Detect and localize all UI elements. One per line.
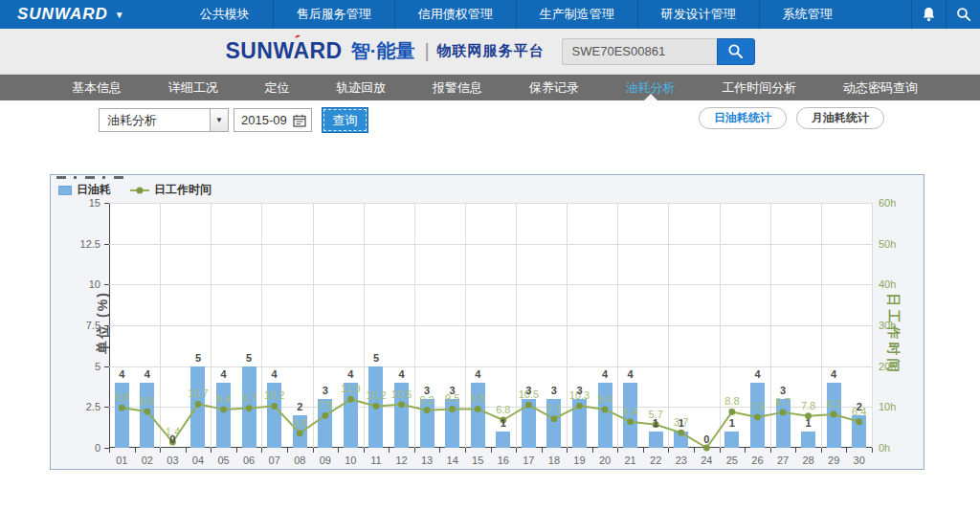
line-point-24[interactable] [703,445,710,452]
fuel-value-label: 5 [373,352,379,364]
search-icon [956,7,971,22]
device-search-button[interactable] [717,38,755,65]
tab-2[interactable]: 定位 [256,75,300,100]
x-axis-label: 20 [599,455,611,466]
x-tick-mark [795,448,796,453]
device-search-input[interactable] [562,38,717,65]
x-tick-mark [236,448,237,453]
top-nav-right [911,0,980,29]
line-point-29[interactable] [831,411,837,418]
x-axis-label: 30 [854,455,865,466]
x-axis-label: 11 [370,455,381,466]
monthly-fuel-stats-button[interactable]: 月油耗统计 [796,107,884,129]
line-point-19[interactable] [576,403,583,410]
x-axis-label: 03 [167,455,178,466]
line-point-27[interactable] [780,409,787,415]
work-time-value-label: 3.6 [293,417,307,429]
select-dropdown-button[interactable]: ▼ [210,109,228,131]
tab-8[interactable]: 动态密码查询 [834,75,927,100]
tab-5[interactable]: 保养记录 [520,75,589,100]
tab-3[interactable]: 轨迹回放 [326,75,395,100]
y-axis-tick-label: 5 [68,361,100,372]
right-axis-tick-label: 50h [879,238,896,250]
x-axis-label: 25 [726,455,738,466]
fuel-value-label: 4 [272,368,278,380]
fuel-value-label: 4 [220,368,226,380]
fuel-value-label: 1 [806,417,812,429]
stat-toggle-buttons: 日油耗统计 月油耗统计 [699,107,884,129]
y-axis-tick-label: 15 [68,197,100,209]
x-axis-label: 06 [243,455,255,466]
topnav-item-4[interactable]: 研发设计管理 [637,0,759,29]
tab-4[interactable]: 报警信息 [423,75,492,100]
search-icon [727,43,744,59]
line-point-18[interactable] [551,415,558,422]
fuel-value-label: 3 [525,385,531,396]
notifications-button[interactable] [911,0,946,29]
work-time-value-label: 10.6 [391,388,412,400]
analysis-type-select[interactable]: 油耗分析 ▼ [99,108,229,132]
x-axis-label: 15 [472,455,483,466]
fuel-value-label: 0 [703,433,709,445]
top-nav-items: 公共模块售后服务管理信用债权管理生产制造管理研发设计管理系统管理 [177,0,856,29]
work-time-value-label: 7.5 [750,401,765,412]
line-swatch-icon [130,189,149,191]
x-tick-mark [439,448,440,453]
line-point-13[interactable] [424,407,431,413]
topnav-item-3[interactable]: 生产制造管理 [516,0,637,29]
topnav-item-0[interactable]: 公共模块 [177,0,273,29]
x-tick-mark [770,448,771,453]
fuel-value-label: 3 [551,385,557,396]
tab-1[interactable]: 详细工况 [159,75,228,100]
x-axis-label: 08 [294,455,305,466]
line-point-26[interactable] [754,414,761,421]
work-time-value-label: 6.8 [496,404,510,415]
global-search-button[interactable] [946,0,980,29]
topnav-item-1[interactable]: 售后服务管理 [273,0,394,29]
legend-item-worktime[interactable]: 日工作时间 [130,182,212,198]
line-point-30[interactable] [856,418,862,425]
device-search [562,38,755,65]
legend-item-fuel[interactable]: 日油耗 [58,182,111,198]
line-point-15[interactable] [475,406,481,412]
line-point-08[interactable] [297,430,303,436]
x-tick-mark [542,448,543,453]
fuel-value-label: 4 [347,368,353,380]
query-button[interactable]: 查询 [322,107,368,133]
line-point-06[interactable] [246,405,253,411]
right-axis-tick-label: 10h [879,401,896,412]
fuel-value-label: 4 [145,368,150,380]
line-point-07[interactable] [271,403,278,410]
line-point-04[interactable] [195,401,202,408]
topnav-item-2[interactable]: 信用债权管理 [394,0,516,29]
logo-platform-name: 物联网服务平台 [437,42,545,60]
line-point-25[interactable] [728,409,735,415]
daily-fuel-stats-button[interactable]: 日油耗统计 [699,107,787,129]
line-point-01[interactable] [119,405,125,411]
right-axis-tick-label: 60h [879,197,896,209]
line-point-10[interactable] [347,396,354,403]
line-point-20[interactable] [602,406,609,412]
right-axis-tick-label: 40h [879,278,896,290]
tab-0[interactable]: 基本信息 [62,75,131,100]
line-point-11[interactable] [373,403,380,410]
calendar-icon[interactable] [293,114,306,127]
x-axis-label: 02 [142,455,153,466]
tab-7[interactable]: 工作时间分析 [712,75,806,100]
fuel-chart-card: 日油耗日工作时间 单位 (%) 日工作时间 00h2.510h520h7.530… [50,174,924,470]
line-point-12[interactable] [398,401,405,408]
topnav-item-5[interactable]: 系统管理 [759,0,856,29]
line-point-23[interactable] [678,430,684,436]
fuel-value-label: 3 [780,385,786,396]
tab-6[interactable]: 油耗分析 [616,75,685,100]
month-input[interactable] [234,113,288,127]
x-tick-mark [287,448,288,453]
line-point-21[interactable] [627,418,634,425]
line-point-17[interactable] [525,402,532,409]
line-point-05[interactable] [220,406,227,412]
line-point-14[interactable] [449,406,456,412]
brand-menu[interactable]: SUNWARD ▼ [0,0,139,29]
line-point-02[interactable] [144,409,150,415]
fuel-value-label: 2 [857,401,862,412]
line-point-09[interactable] [322,412,328,419]
